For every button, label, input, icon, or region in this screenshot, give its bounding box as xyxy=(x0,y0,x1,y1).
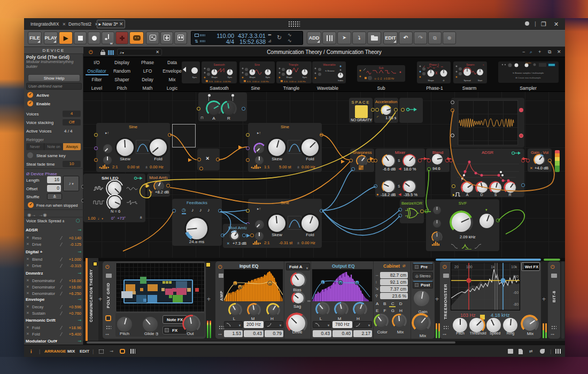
svg-text:Cycles: Cycles xyxy=(525,62,531,64)
svg-text:Swarm: Swarm xyxy=(466,63,475,66)
svg-text:-60: -60 xyxy=(513,291,519,294)
svg-text:M: M xyxy=(339,282,342,285)
svg-text:10k: 10k xyxy=(511,265,517,269)
svg-text:20: 20 xyxy=(454,265,459,269)
svg-text:-80: -80 xyxy=(513,302,519,306)
svg-text:M: M xyxy=(239,286,241,289)
svg-text:⊞ Create new multisample: ⊞ Create new multisample xyxy=(515,76,541,79)
svg-text:100: 100 xyxy=(466,265,473,269)
svg-text:L: L xyxy=(234,282,236,285)
svg-text:Shape: Shape xyxy=(428,79,434,82)
svg-text:⊙ -1 -2 ± 0.00 Hz: ⊙ -1 -2 ± 0.00 Hz xyxy=(374,77,394,80)
svg-text:Index: Index xyxy=(338,79,343,82)
svg-text:Phase-1: Phase-1 xyxy=(429,63,439,66)
svg-text:≋ Browse: ≋ Browse xyxy=(325,69,335,72)
svg-text:Wavetable: Wavetable xyxy=(323,63,336,66)
svg-text:Spread: Spread xyxy=(464,79,471,82)
svg-text:L: L xyxy=(322,281,323,284)
svg-text:-40: -40 xyxy=(513,275,519,278)
svg-text:Sub: Sub xyxy=(379,66,384,69)
svg-text:H: H xyxy=(356,282,358,285)
svg-text:H: H xyxy=(269,282,271,285)
svg-text:Start: Start xyxy=(478,79,483,82)
svg-text:≋ Browse samples / multisample: ≋ Browse samples / multisample xyxy=(513,72,544,74)
svg-text:Sawtooth: Sawtooth xyxy=(214,63,225,66)
svg-text:Triangle: Triangle xyxy=(289,63,298,66)
svg-text:Sync: Sync xyxy=(192,76,197,79)
svg-text:⊘: ⊘ xyxy=(443,79,444,82)
svg-text:Sine: Sine xyxy=(254,63,260,66)
svg-text:1k: 1k xyxy=(491,265,495,269)
